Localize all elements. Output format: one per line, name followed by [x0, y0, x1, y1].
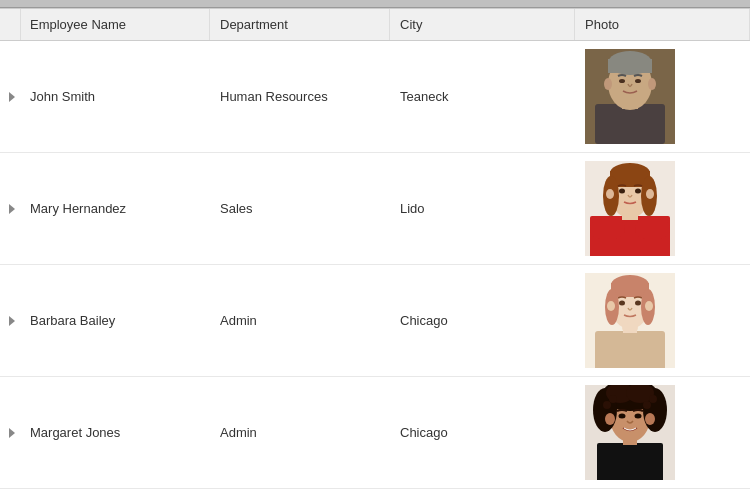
employee-photo-cell [575, 41, 750, 152]
table-header: Employee Name Department City Photo [0, 8, 750, 41]
employee-city: Lido [390, 191, 575, 226]
margaret-jones-photo [585, 385, 675, 480]
expand-icon [9, 428, 15, 438]
expand-icon [9, 204, 15, 214]
svg-rect-38 [597, 443, 663, 480]
employee-city: Teaneck [390, 79, 575, 114]
employee-city: Chicago [390, 415, 575, 450]
employee-department: Sales [210, 191, 390, 226]
svg-point-21 [646, 189, 654, 199]
employee-photo-cell [575, 153, 750, 264]
table-row: Barbara Bailey Admin Chicago [0, 265, 750, 377]
city-col-header: City [390, 9, 575, 40]
employee-photo-cell [575, 265, 750, 376]
expand-icon [9, 316, 15, 326]
svg-point-48 [643, 401, 651, 409]
svg-point-49 [649, 395, 657, 403]
svg-point-33 [607, 301, 615, 311]
svg-point-22 [619, 189, 625, 194]
svg-point-35 [619, 301, 625, 306]
table-row: Margaret Jones Admin Chicago [0, 377, 750, 489]
photo-col-header: Photo [575, 9, 750, 40]
svg-rect-25 [595, 331, 665, 368]
svg-point-7 [648, 78, 656, 90]
svg-point-46 [603, 401, 611, 409]
expand-cell[interactable] [0, 92, 20, 102]
employee-table: Employee Name Department City Photo John… [0, 8, 750, 489]
svg-point-53 [635, 414, 642, 419]
expand-cell[interactable] [0, 204, 20, 214]
expand-col-header [0, 9, 21, 40]
svg-point-36 [635, 301, 641, 306]
expand-cell[interactable] [0, 428, 20, 438]
john-smith-photo [585, 49, 675, 144]
department-col-header: Department [210, 9, 390, 40]
table-body: John Smith Human Resources Teaneck [0, 41, 750, 489]
svg-point-50 [605, 413, 615, 425]
top-bar [0, 0, 750, 8]
mary-hernandez-photo [585, 161, 675, 256]
employee-department: Admin [210, 415, 390, 450]
svg-point-32 [622, 323, 638, 333]
svg-point-51 [645, 413, 655, 425]
barbara-bailey-photo [585, 273, 675, 368]
employee-city: Chicago [390, 303, 575, 338]
table-row: Mary Hernandez Sales Lido [0, 153, 750, 265]
employee-name: Barbara Bailey [20, 303, 210, 338]
svg-point-9 [635, 79, 641, 83]
svg-point-52 [619, 414, 626, 419]
svg-point-6 [604, 78, 612, 90]
employee-photo-cell [575, 377, 750, 488]
employee-department: Human Resources [210, 79, 390, 114]
svg-rect-5 [608, 59, 652, 73]
svg-point-8 [619, 79, 625, 83]
svg-rect-12 [590, 219, 625, 239]
expand-cell[interactable] [0, 316, 20, 326]
svg-point-20 [606, 189, 614, 199]
employee-name: Margaret Jones [20, 415, 210, 450]
svg-point-34 [645, 301, 653, 311]
name-col-header: Employee Name [20, 9, 210, 40]
svg-rect-13 [635, 219, 670, 239]
svg-point-23 [635, 189, 641, 194]
employee-department: Admin [210, 303, 390, 338]
svg-point-47 [609, 395, 617, 403]
table-row: John Smith Human Resources Teaneck [0, 41, 750, 153]
employee-name: Mary Hernandez [20, 191, 210, 226]
employee-name: John Smith [20, 79, 210, 114]
expand-icon [9, 92, 15, 102]
